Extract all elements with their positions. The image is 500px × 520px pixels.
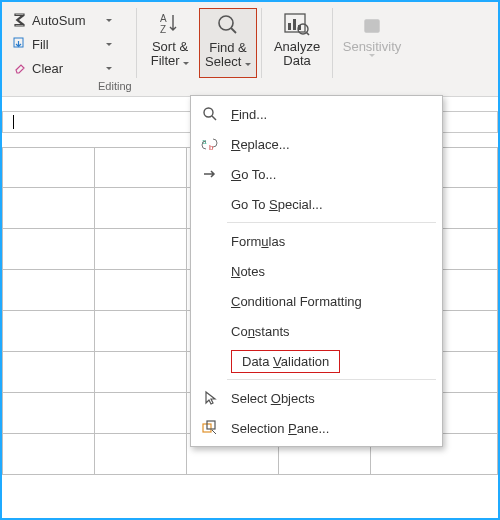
sort-filter-label-2: Filter bbox=[151, 53, 180, 68]
divider bbox=[136, 8, 137, 78]
menu-find[interactable]: Find... bbox=[193, 99, 440, 129]
fill-down-icon bbox=[12, 36, 28, 52]
chevron-down-icon bbox=[245, 63, 251, 66]
menu-separator bbox=[227, 379, 436, 380]
menu-formulas[interactable]: Formulas bbox=[193, 226, 440, 256]
editing-mini-group: AutoSum Fill Clear bbox=[10, 8, 114, 78]
autosum-button[interactable]: AutoSum bbox=[10, 10, 114, 30]
analyze-icon bbox=[282, 10, 312, 38]
menu-conditional-formatting[interactable]: Conditional Formatting bbox=[193, 286, 440, 316]
find-select-menu: Find... ab Replace... Go To... Go To Spe… bbox=[190, 95, 443, 447]
menu-select-objects-label: Select Objects bbox=[231, 391, 432, 406]
menu-notes-label: Notes bbox=[231, 264, 432, 279]
sort-filter-label-1: Sort & bbox=[152, 40, 188, 54]
sensitivity-icon bbox=[357, 10, 387, 38]
menu-goto-special-label: Go To Special... bbox=[231, 197, 432, 212]
menu-selection-pane-label: Selection Pane... bbox=[231, 421, 432, 436]
menu-goto-special[interactable]: Go To Special... bbox=[193, 189, 440, 219]
find-select-label-2: Select bbox=[205, 54, 241, 69]
sensitivity-button[interactable]: Sensitivity bbox=[337, 8, 407, 78]
svg-rect-5 bbox=[288, 23, 291, 30]
search-icon bbox=[213, 11, 243, 39]
fill-label: Fill bbox=[32, 37, 102, 52]
analyze-label-1: Analyze bbox=[274, 40, 320, 54]
app-frame: AutoSum Fill Clear A bbox=[0, 0, 500, 520]
chevron-down-icon bbox=[183, 62, 189, 65]
svg-point-3 bbox=[219, 16, 233, 30]
svg-text:b: b bbox=[209, 143, 214, 152]
chevron-down-icon bbox=[106, 19, 112, 22]
sensitivity-label: Sensitivity bbox=[343, 40, 402, 54]
menu-notes[interactable]: Notes bbox=[193, 256, 440, 286]
sort-icon: AZ bbox=[155, 10, 185, 38]
analyze-data-button[interactable]: Analyze Data bbox=[266, 8, 328, 78]
chevron-down-icon bbox=[106, 67, 112, 70]
autosum-label: AutoSum bbox=[32, 13, 102, 28]
eraser-icon bbox=[12, 60, 28, 76]
clear-label: Clear bbox=[32, 61, 102, 76]
menu-constants[interactable]: Constants bbox=[193, 316, 440, 346]
divider bbox=[261, 8, 262, 78]
search-icon bbox=[199, 104, 221, 124]
svg-text:A: A bbox=[160, 13, 167, 24]
svg-rect-10 bbox=[368, 24, 376, 26]
svg-rect-6 bbox=[293, 19, 296, 30]
chevron-down-icon bbox=[106, 43, 112, 46]
menu-data-validation[interactable]: Data Validation bbox=[193, 346, 440, 376]
sigma-icon bbox=[12, 12, 28, 28]
menu-constants-label: Constants bbox=[231, 324, 432, 339]
find-select-button[interactable]: Find & Select bbox=[199, 8, 257, 78]
text-caret bbox=[13, 115, 14, 129]
svg-text:Z: Z bbox=[160, 24, 166, 35]
arrow-right-icon bbox=[199, 164, 221, 184]
menu-goto[interactable]: Go To... bbox=[193, 159, 440, 189]
find-select-label-1: Find & bbox=[209, 41, 247, 55]
replace-icon: ab bbox=[199, 134, 221, 154]
ribbon-group-label: Editing bbox=[98, 80, 132, 92]
menu-select-objects[interactable]: Select Objects bbox=[193, 383, 440, 413]
menu-goto-label: Go To... bbox=[231, 167, 432, 182]
selection-pane-icon bbox=[199, 418, 221, 438]
chevron-down-icon bbox=[369, 54, 375, 57]
svg-rect-11 bbox=[368, 28, 373, 30]
menu-selection-pane[interactable]: Selection Pane... bbox=[193, 413, 440, 443]
menu-find-label: Find... bbox=[231, 107, 432, 122]
menu-replace[interactable]: ab Replace... bbox=[193, 129, 440, 159]
sort-filter-button[interactable]: AZ Sort & Filter bbox=[141, 8, 199, 78]
menu-formulas-label: Formulas bbox=[231, 234, 432, 249]
fill-button[interactable]: Fill bbox=[10, 34, 114, 54]
ribbon-big-group: AZ Sort & Filter Find & Select Analyze D… bbox=[132, 8, 407, 78]
menu-separator bbox=[227, 222, 436, 223]
menu-cond-fmt-label: Conditional Formatting bbox=[231, 294, 432, 309]
menu-data-validation-label: Data Validation bbox=[231, 350, 432, 373]
divider bbox=[332, 8, 333, 78]
cursor-icon bbox=[199, 388, 221, 408]
ribbon: AutoSum Fill Clear A bbox=[2, 2, 498, 97]
menu-replace-label: Replace... bbox=[231, 137, 432, 152]
analyze-label-2: Data bbox=[283, 54, 310, 68]
svg-point-12 bbox=[204, 108, 213, 117]
clear-button[interactable]: Clear bbox=[10, 58, 114, 78]
